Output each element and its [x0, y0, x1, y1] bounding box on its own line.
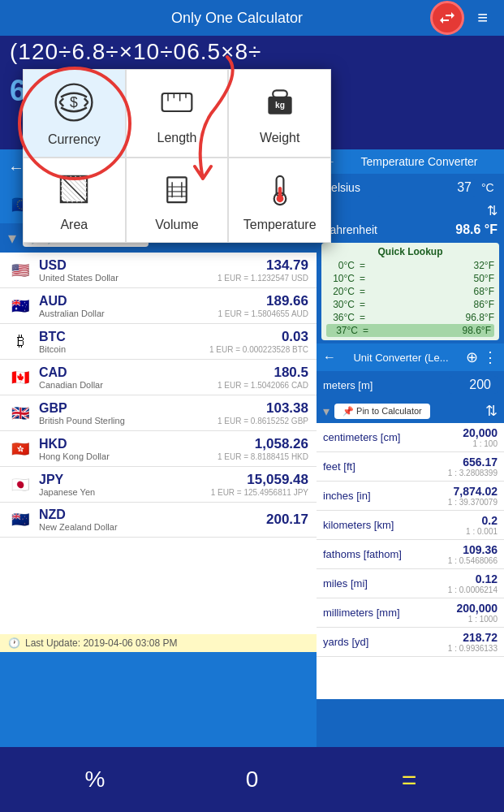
currency-name: Australian Dollar [39, 309, 212, 318]
temp-f-val: 98.6°F [373, 325, 491, 336]
equals-button[interactable]: = [330, 765, 488, 795]
currency-info: USD United States Dollar [39, 258, 211, 283]
currency-name: Canadian Dollar [39, 380, 211, 390]
svg-rect-2 [162, 93, 192, 111]
currency-rate: 1 EUR = 0.8615252 GBP [218, 417, 308, 425]
last-update-text: Last Update: 2019-04-06 03:08 PM [25, 637, 177, 649]
currency-rate: 1 EUR = 1.1232547 USD [218, 274, 308, 283]
currency-value: 1,058.26 [218, 436, 308, 452]
quick-lookup-row: 10°C = 50°F [326, 272, 494, 285]
converter-cell-length[interactable]: Length [126, 69, 229, 158]
currency-item[interactable]: ₿ BTC Bitcoin 0.03 1 EUR = 0.000223528 B… [0, 324, 317, 360]
currency-rate: 1 EUR = 0.000223528 BTC [209, 345, 308, 354]
currency-item[interactable]: 🇺🇸 USD United States Dollar 134.79 1 EUR… [0, 253, 317, 288]
currency-values: 103.38 1 EUR = 0.8615252 GBP [218, 400, 308, 425]
unit-item[interactable]: feet [ft] 656.17 1 : 3.2808399 [317, 452, 504, 482]
unit-down-icon: ▾ [323, 404, 330, 419]
unit-item[interactable]: kilometers [km] 0.2 1 : 0.001 [317, 511, 504, 540]
expression-display: (120÷6.8÷×10÷06.5×8÷ [0, 36, 504, 72]
temp-eq: = [360, 260, 365, 271]
currency-flag: 🇯🇵 [8, 476, 32, 494]
currency-item[interactable]: 🇬🇧 GBP British Pound Sterling 103.38 1 E… [0, 395, 317, 431]
temp-eq: = [360, 312, 365, 323]
currency-name: Hong Kong Dollar [39, 451, 211, 461]
temp-eq: = [360, 273, 365, 284]
unit-rate: 1 : 0.9936133 [448, 644, 498, 653]
quick-lookup-row: 36°C = 96.8°F [326, 311, 494, 324]
last-update-bar: 🕐 Last Update: 2019-04-06 03:08 PM [0, 634, 317, 652]
currency-value: 103.38 [218, 400, 308, 417]
unit-rate: 1 : 3.2808399 [448, 469, 498, 477]
length-icon [159, 84, 195, 126]
currency-item[interactable]: 🇯🇵 JPY Japanese Yen 15,059.48 1 EUR = 12… [0, 467, 317, 503]
unit-list: centimeters [cm] 20,000 1 : 100 feet [ft… [317, 423, 504, 699]
unit-item[interactable]: millimeters [mm] 200,000 1 : 1000 [317, 598, 504, 628]
currency-rate: 1 EUR = 1.5804655 AUD [218, 309, 308, 318]
converter-cell-volume[interactable]: Volume [126, 158, 229, 243]
celsius-input[interactable]: 37 [377, 179, 476, 197]
converter-cell-temperature[interactable]: Temperature [228, 158, 331, 243]
temp-c-val: 0°C [326, 260, 355, 271]
unit-pin-button[interactable]: 📌 Pin to Calculator [334, 404, 430, 419]
temp-f-val: 50°F [370, 273, 494, 284]
update-icon: 🕐 [8, 637, 20, 649]
unit-rate: 1 : 0.0006214 [448, 585, 498, 594]
svg-line-12 [61, 181, 82, 202]
unit-more-button[interactable]: ⋮ [483, 348, 498, 366]
currency-value: 200.17 [266, 512, 308, 528]
currency-value: 0.03 [209, 329, 308, 345]
unit-value: 7,874.02 [448, 485, 498, 498]
unit-input-value[interactable]: 200 [449, 376, 498, 394]
unit-item[interactable]: centimeters [cm] 20,000 1 : 100 [317, 423, 504, 452]
unit-label: fathoms [fathom] [323, 548, 448, 560]
converter-cell-weight[interactable]: kg Weight [228, 69, 331, 158]
currency-values: 15,059.48 1 EUR = 125.4956811 JPY [211, 472, 308, 497]
swap-button[interactable] [430, 1, 464, 35]
percent-button[interactable]: % [16, 767, 174, 793]
zero-button[interactable]: 0 [174, 767, 331, 793]
converter-cell-currency[interactable]: $ Currency [23, 69, 126, 158]
unit-label: inches [in] [323, 490, 448, 502]
temp-eq: = [360, 299, 365, 310]
unit-item[interactable]: fathoms [fathom] 109.36 1 : 0.5468066 [317, 540, 504, 569]
currency-values: 200.17 [266, 512, 308, 528]
currency-item[interactable]: 🇭🇰 HKD Hong Kong Dollar 1,058.26 1 EUR =… [0, 431, 317, 467]
unit-value: 656.17 [448, 456, 498, 469]
temp-c-val: 36°C [326, 312, 355, 323]
temperature-label: Temperature [243, 218, 317, 232]
currency-item[interactable]: 🇳🇿 NZD New Zealand Dollar 200.17 [0, 503, 317, 538]
unit-sort-button[interactable]: ⇅ [485, 402, 498, 420]
unit-back-button[interactable]: ← [323, 350, 336, 365]
currency-item[interactable]: 🇨🇦 CAD Canadian Dollar 180.5 1 EUR = 1.5… [0, 360, 317, 395]
temp-eq: = [363, 325, 368, 336]
temp-c-val: 20°C [326, 286, 355, 297]
currency-name: New Zealand Dollar [39, 522, 260, 532]
unit-title: Unit Converter (Le... [341, 352, 461, 364]
menu-button[interactable]: ≡ [471, 4, 494, 32]
svg-line-17 [71, 176, 88, 193]
currency-flag: 🇺🇸 [8, 261, 32, 279]
temp-sort-button[interactable]: ⇅ [487, 203, 498, 218]
currency-icon: $ [54, 83, 93, 127]
unit-item[interactable]: inches [in] 7,874.02 1 : 39.370079 [317, 482, 504, 511]
unit-rate: 1 : 39.370079 [448, 498, 498, 507]
cc-back-button[interactable]: ← [8, 158, 24, 177]
svg-text:$: $ [70, 94, 78, 110]
fahrenheit-row: Fahrenheit 98.6 °F [317, 220, 504, 240]
currency-flag: 🇬🇧 [8, 404, 32, 422]
unit-item[interactable]: miles [mi] 0.12 1 : 0.0006214 [317, 569, 504, 598]
svg-text:kg: kg [275, 101, 285, 110]
volume-label: Volume [155, 218, 198, 232]
unit-add-button[interactable]: ⊕ [466, 348, 478, 366]
currency-values: 180.5 1 EUR = 1.5042066 CAD [218, 365, 308, 390]
unit-input-row: meters [m] 200 [317, 371, 504, 399]
temp-f-val: 32°F [370, 260, 494, 271]
currency-code: GBP [39, 401, 211, 416]
converter-cell-area[interactable]: Area [23, 158, 126, 243]
currency-name: British Pound Sterling [39, 416, 211, 425]
unit-values: 656.17 1 : 3.2808399 [448, 456, 498, 477]
down-arrow-button[interactable]: ▾ [8, 228, 16, 248]
unit-item[interactable]: yards [yd] 218.72 1 : 0.9936133 [317, 628, 504, 657]
currency-item[interactable]: 🇦🇺 AUD Australian Dollar 189.66 1 EUR = … [0, 288, 317, 324]
svg-point-29 [276, 195, 283, 202]
